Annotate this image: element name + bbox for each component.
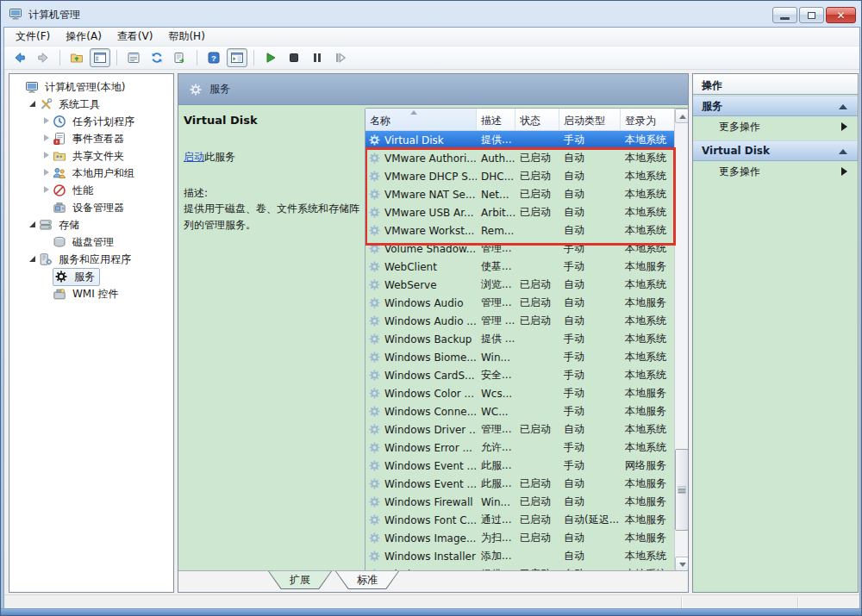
tree-item-计算机管理(本地)[interactable]: 计算机管理(本地) <box>9 78 173 96</box>
menu-item-1[interactable]: 操作(A) <box>58 27 109 47</box>
action-item-更多操作[interactable]: 更多操作 <box>693 161 858 182</box>
pause-service-button[interactable] <box>307 48 328 67</box>
service-row-VMware Workst...[interactable]: VMware Workst...Rem...自动本地系统 <box>365 221 675 240</box>
tree-item-性能[interactable]: 性能 <box>9 182 173 199</box>
actions-section-Virtual Disk[interactable]: Virtual Disk <box>693 140 858 161</box>
service-row-Windows Font C...[interactable]: Windows Font C...通过...已启动自动(延迟...本地服务 <box>365 511 675 529</box>
service-name-cell: Windows Event ... <box>365 477 477 490</box>
tree-item-任务计划程序[interactable]: 任务计划程序 <box>9 113 173 130</box>
service-row-VMware DHCP S...[interactable]: VMware DHCP S...DHC...已启动自动本地系统 <box>365 167 675 185</box>
collapse-glyph[interactable] <box>28 255 37 264</box>
expand-glyph[interactable] <box>42 152 51 160</box>
column-header-登录为[interactable]: 登录为 <box>621 109 675 130</box>
toolbar <box>4 47 859 70</box>
service-row-VMware NAT Se...[interactable]: VMware NAT Se...Net...已启动自动本地系统 <box>365 185 675 203</box>
menu-item-2[interactable]: 查看(V) <box>109 27 161 47</box>
tree-item-系统工具[interactable]: 系统工具 <box>9 96 173 113</box>
scrollbar-thumb[interactable] <box>675 449 689 531</box>
forward-button[interactable] <box>33 48 53 67</box>
service-row-Windows Event ...[interactable]: Windows Event ...此服...已启动自动本地服务 <box>365 475 675 493</box>
service-row-Windows Firewall[interactable]: Windows FirewallWin...已启动自动本地服务 <box>365 493 675 511</box>
tree-item-存储[interactable]: 存储 <box>9 216 173 233</box>
service-startup-type-cell: 手动 <box>559 350 621 364</box>
service-name-cell: VMware NAT Se... <box>365 188 477 201</box>
service-row-WebClient[interactable]: WebClient使基...手动本地服务 <box>365 258 675 276</box>
tree-item-共享文件夹[interactable]: 共享文件夹 <box>9 147 173 165</box>
vertical-scrollbar[interactable] <box>674 109 689 571</box>
service-row-VMware USB Ar...[interactable]: VMware USB Ar...Arbit...已启动自动本地系统 <box>365 203 675 221</box>
service-status-cell: 已启动 <box>515 169 559 184</box>
service-row-Windows Audio[interactable]: Windows Audio管理...已启动自动本地服务 <box>365 294 675 312</box>
toggle-console-tree-button[interactable] <box>90 48 110 67</box>
scroll-down-button[interactable] <box>675 557 689 571</box>
service-logon-as-cell: 本地服务 <box>621 386 675 401</box>
gear-icon <box>368 550 381 563</box>
service-row-Windows Error ...[interactable]: Windows Error ...允许...手动本地系统 <box>365 439 675 457</box>
column-header-描述[interactable]: 描述 <box>477 109 515 130</box>
tree-item-WMI 控件[interactable]: WMI 控件 <box>9 285 173 302</box>
action-item-更多操作[interactable]: 更多操作 <box>693 116 858 137</box>
tree-item-服务[interactable]: 服务 <box>9 268 173 285</box>
toggle-action-pane-button[interactable] <box>227 48 247 67</box>
scroll-up-button[interactable] <box>675 109 689 123</box>
actions-section-服务[interactable]: 服务 <box>693 96 858 116</box>
service-name-cell: Windows Driver ... <box>365 423 477 436</box>
service-logon-as-cell: 本地系统 <box>621 368 675 383</box>
service-row-Windows Driver ...[interactable]: Windows Driver ...管理...已启动自动本地系统 <box>365 420 675 439</box>
column-header-启动类型[interactable]: 启动类型 <box>559 109 621 130</box>
service-row-Windows Color ...[interactable]: Windows Color ...Wcs...手动本地服务 <box>365 384 675 402</box>
back-button[interactable] <box>9 48 30 67</box>
export-list-button[interactable] <box>170 48 191 67</box>
start-service-link[interactable]: 启动 <box>184 151 204 163</box>
tree-item-磁盘管理[interactable]: 磁盘管理 <box>9 233 173 251</box>
minimize-button[interactable] <box>772 7 797 23</box>
service-row-Windows Biome...[interactable]: Windows Biome...Win...手动本地系统 <box>365 348 675 366</box>
collapse-glyph[interactable] <box>28 100 37 109</box>
column-header-状态[interactable]: 状态 <box>515 109 559 130</box>
gear-icon <box>368 170 381 183</box>
collapse-glyph[interactable] <box>28 221 37 229</box>
service-row-WebServe[interactable]: WebServe浏览...已启动自动本地系统 <box>365 276 675 294</box>
service-row-Windows Conne...[interactable]: Windows Conne...WC...手动本地服务 <box>365 402 675 420</box>
service-row-Windows Installer[interactable]: Windows Installer添加...自动本地系统 <box>365 547 675 565</box>
expand-glyph[interactable] <box>42 134 51 143</box>
services-table: 名称描述状态启动类型登录为 Virtual Disk提供...手动本地系统VMw… <box>365 108 689 572</box>
service-row-VMware Authori...[interactable]: VMware Authori...Auth...已启动自动本地系统 <box>365 149 675 167</box>
menu-item-3[interactable]: 帮助(H) <box>160 27 212 47</box>
tree-item-本地用户和组[interactable]: 本地用户和组 <box>9 165 173 182</box>
collapse-section-icon[interactable] <box>839 149 847 154</box>
service-row-Windows Backup[interactable]: Windows Backup提供 ...手动本地系统 <box>365 330 675 348</box>
gear-icon <box>368 369 381 382</box>
expand-glyph[interactable] <box>42 169 51 177</box>
service-row-Windows Audio ...[interactable]: Windows Audio ...管理 ...已启动自动本地系统 <box>365 312 675 330</box>
restart-service-button[interactable] <box>330 48 351 67</box>
service-logon-as-cell: 本地系统 <box>621 151 675 165</box>
menu-item-0[interactable]: 文件(F) <box>8 27 58 47</box>
stop-service-button[interactable] <box>284 48 304 67</box>
up-one-level-button[interactable] <box>66 48 87 67</box>
properties-button[interactable] <box>123 48 144 67</box>
title-bar[interactable]: 计算机管理 ✕ <box>1 1 861 27</box>
help-button[interactable] <box>203 48 224 67</box>
refresh-button[interactable] <box>147 48 167 67</box>
service-startup-type-cell: 自动 <box>559 223 621 238</box>
close-button[interactable]: ✕ <box>826 7 856 23</box>
tree-item-设备管理器[interactable]: 设备管理器 <box>9 199 173 216</box>
service-status-cell: 已启动 <box>515 476 559 491</box>
service-row-Volume Shadow...[interactable]: Volume Shadow...管理...手动本地系统 <box>365 240 675 258</box>
tab-标准[interactable]: 标准 <box>335 571 399 589</box>
collapse-section-icon[interactable] <box>839 104 847 109</box>
service-row-Virtual Disk[interactable]: Virtual Disk提供...手动本地系统 <box>365 131 675 149</box>
column-header-名称[interactable]: 名称 <box>365 109 477 130</box>
start-service-button[interactable] <box>260 48 281 67</box>
tree-item-事件查看器[interactable]: 事件查看器 <box>9 130 173 147</box>
service-row-Windows Event ...[interactable]: Windows Event ...此服...手动网络服务 <box>365 457 675 475</box>
restore-button[interactable] <box>799 7 824 23</box>
expand-glyph[interactable] <box>42 117 51 126</box>
tree-item-服务和应用程序[interactable]: 服务和应用程序 <box>9 251 173 268</box>
tab-扩展[interactable]: 扩展 <box>268 571 332 589</box>
service-row-Windows Image...[interactable]: Windows Image...为扫...已启动自动本地服务 <box>365 529 675 547</box>
window-frame-bottom <box>1 608 861 615</box>
service-row-Windows CardS...[interactable]: Windows CardS...安全...手动本地系统 <box>365 366 675 384</box>
expand-glyph[interactable] <box>42 186 51 195</box>
